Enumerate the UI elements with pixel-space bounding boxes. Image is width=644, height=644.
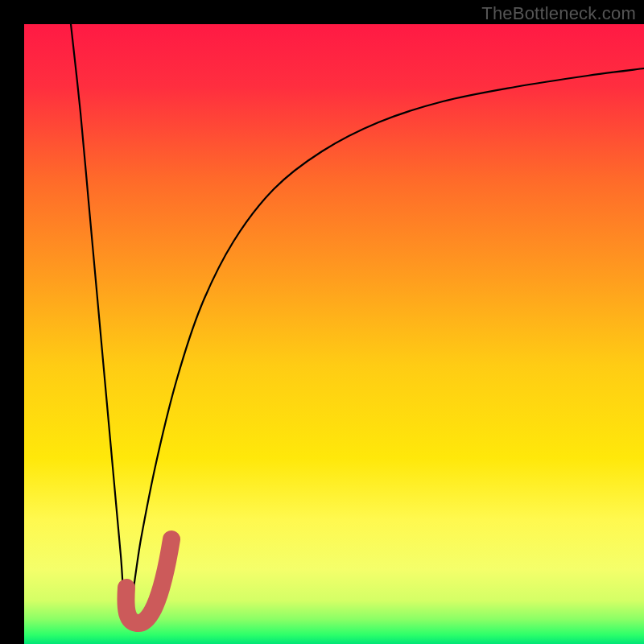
curve-layer <box>24 24 644 644</box>
plot-area <box>24 24 644 644</box>
watermark-text: TheBottleneck.com <box>481 3 636 24</box>
accent-j-stroke <box>126 539 171 623</box>
main-curve <box>71 24 644 621</box>
